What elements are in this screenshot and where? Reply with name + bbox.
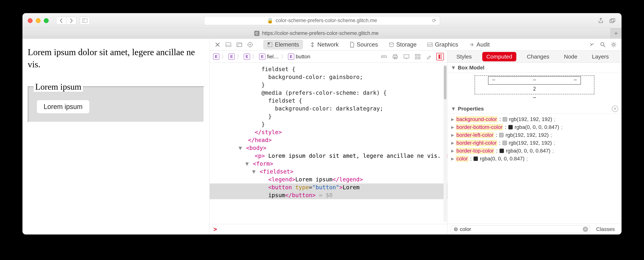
box-model-value: 2 [533,86,536,92]
tab-node[interactable]: Node [560,52,582,61]
tab-elements[interactable]: Elements [263,40,303,50]
crumb-3[interactable]: Efiel… [259,53,279,60]
inspect-element-button[interactable] [246,41,254,49]
svg-rect-3 [611,19,615,22]
property-row[interactable]: ▶color: rgba(0, 0, 0, 0.847); [451,155,618,163]
devtools: Elements Network Sources Storage Graphic… [210,39,622,234]
property-row[interactable]: ▶border-top-color: rgba(0, 0, 0, 0.847); [451,147,618,155]
device-icon[interactable] [403,53,410,60]
selected-code-line: <button type="button">Lorem [210,183,447,191]
code-line: } [210,81,447,89]
svg-point-16 [389,42,393,44]
svg-point-9 [250,44,251,45]
property-row[interactable]: ▶border-left-color: rgb(192, 192, 192); [451,131,618,139]
code-line: ▼ <fieldset> [210,168,447,176]
tab-elements-label: Elements [275,41,299,48]
svg-rect-31 [418,54,420,56]
print-icon[interactable] [392,53,399,60]
code-line: <legend>Lorem ipsum</legend> [210,176,447,183]
browser-tab[interactable]: C https://color-scheme-prefers-color-sch… [22,28,610,39]
dock-bottom-icon[interactable] [224,41,232,49]
new-tab-button[interactable]: + [610,28,622,39]
tab-styles[interactable]: Styles [452,52,476,61]
code-line: @media (prefers-color-scheme: dark) { [210,89,447,97]
page-button[interactable]: Lorem ipsum [37,100,90,113]
console-prompt[interactable]: > [210,224,447,234]
tab-audit-label: Audit [476,41,490,48]
ruler-icon[interactable] [380,53,388,60]
properties-header[interactable]: ▼Properties≡ [448,104,622,114]
tab-changes[interactable]: Changes [523,52,554,61]
code-line: fieldset { [210,65,447,73]
compositing-icon[interactable] [436,53,444,60]
properties-gear-icon[interactable]: ≡ [612,106,618,112]
zoom-window-button[interactable] [44,18,49,23]
code-line: } [210,120,447,128]
code-line: background-color: gainsboro; [210,73,447,81]
minimize-window-button[interactable] [36,18,40,23]
title-bar: 🔒 color-scheme-prefers-color-scheme.glit… [22,13,622,28]
favicon: C [254,31,260,36]
crumb-0[interactable]: E [213,53,220,60]
svg-rect-0 [82,19,87,23]
tab-network-label: Network [317,41,339,48]
property-row[interactable]: ▶background-color: rgb(192, 192, 192); [451,115,618,123]
box-model-dash: – [533,94,536,100]
svg-rect-26 [393,56,398,58]
svg-rect-35 [440,54,442,59]
tab-sources[interactable]: Sources [346,40,382,50]
tab-computed[interactable]: Computed [482,52,516,61]
reload-button[interactable]: ⟳ [432,18,436,24]
tabs-button[interactable] [608,17,616,25]
selected-code-line: ipsum</button> = $0 [210,191,447,199]
svg-rect-25 [394,54,397,56]
tab-network[interactable]: Network [306,40,343,50]
svg-rect-2 [610,20,614,23]
overflow-icon[interactable] [588,41,596,49]
forward-button[interactable] [66,17,76,25]
fieldset-legend: Lorem ipsum [34,82,83,92]
property-row[interactable]: ▶border-right-color: rgb(192, 192, 192); [451,139,618,147]
scrollbar[interactable] [444,65,447,222]
svg-rect-4 [226,43,231,47]
tab-sources-label: Sources [357,41,378,48]
crumb-2[interactable]: E [244,53,250,60]
url-text: color-scheme-prefers-color-scheme.glitch… [276,18,377,24]
clear-filter-button[interactable]: ✕ [583,227,588,232]
tab-graphics[interactable]: Graphics [423,40,462,50]
property-row[interactable]: ▶border-bottom-color: rgba(0, 0, 0, 0.84… [451,123,618,131]
breadcrumbs: E〉 E〉 E〉 Efiel…〉 Ebutton [210,51,447,63]
svg-rect-7 [238,44,242,47]
sidebar-toggle-button[interactable] [80,17,90,25]
tab-audit[interactable]: Audit [465,40,494,50]
code-line: ▼ <body> [210,144,447,152]
url-bar[interactable]: 🔒 color-scheme-prefers-color-scheme.glit… [204,16,440,25]
filter-input[interactable]: ⊜ color ✕ [451,225,590,233]
svg-rect-33 [418,57,420,59]
dom-tree[interactable]: fieldset { background-color: gainsboro; … [210,63,447,224]
filter-icon: ⊜ [454,226,458,232]
classes-button[interactable]: Classes [593,225,618,234]
back-button[interactable] [56,17,66,25]
box-model-header[interactable]: ▼Box Model [448,63,622,73]
search-icon[interactable] [599,41,607,49]
tab-layers[interactable]: Layers [588,52,613,61]
svg-point-20 [613,44,615,46]
paint-icon[interactable] [425,53,433,60]
browser-window: 🔒 color-scheme-prefers-color-scheme.glit… [22,13,622,234]
crumb-1[interactable]: E [228,53,235,60]
dock-side-icon[interactable] [235,41,243,49]
svg-rect-28 [404,55,409,58]
close-window-button[interactable] [28,18,32,23]
share-button[interactable] [597,17,605,25]
settings-gear-icon[interactable] [610,41,618,49]
tab-storage[interactable]: Storage [385,40,421,50]
close-devtools-button[interactable] [214,41,222,49]
elements-panel: E〉 E〉 E〉 Efiel…〉 Ebutton [210,51,448,234]
page-fieldset: Lorem ipsum Lorem ipsum [28,82,204,122]
web-page: Lorem ipsum dolor sit amet, legere ancil… [22,39,210,234]
crumb-4[interactable]: Ebutton [288,53,310,60]
window-controls [28,18,49,23]
grid-icon[interactable] [414,53,422,60]
svg-rect-32 [416,57,417,59]
